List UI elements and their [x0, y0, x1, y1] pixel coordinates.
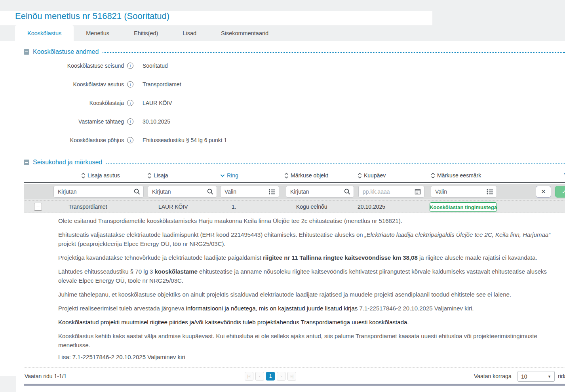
info-icon[interactable]: i — [127, 100, 133, 106]
field-label: Kooskõlastav asutus — [24, 81, 124, 88]
statement-paragraph: Projekti realiseerimisel tuleb arvestada… — [58, 304, 562, 313]
filter-input-ring[interactable] — [221, 188, 269, 195]
info-icon[interactable]: i — [127, 118, 133, 125]
per-page-value: 10 — [521, 373, 548, 380]
column-label: Lisaja asutus — [88, 172, 120, 179]
calendar-icon[interactable] — [415, 188, 421, 195]
sort-desc-icon — [220, 174, 225, 177]
collapse-icon[interactable] — [24, 160, 29, 165]
statement-paragraph: Juhime tähelepanu, et kooskõlastuse obje… — [58, 290, 562, 299]
column-label: Märkuse eesmärk — [437, 172, 481, 179]
tab-sisekommentaarid[interactable]: Sisekommentaarid — [209, 25, 281, 41]
header-right-background — [432, 0, 565, 25]
filter-input-lisaja[interactable] — [148, 188, 207, 195]
cell-lisaja: LAUR KÕIV — [158, 204, 188, 210]
footer-divider — [24, 367, 565, 368]
column-label: Kuupäev — [364, 172, 386, 179]
status-badge: Kooskõlastan tingimustega — [430, 202, 497, 212]
info-icon[interactable]: i — [127, 63, 133, 69]
filter-input-markuse-eesmark[interactable] — [431, 188, 487, 195]
tab-ehitised[interactable]: Ehitis(ed) — [122, 25, 170, 41]
info-icon[interactable]: i — [127, 81, 133, 88]
eelnou-menetlus-page: Eelnõu menetlus nr 516821 (Sooritatud) K… — [0, 0, 565, 392]
field-label: Kooskõlastuse seisund — [24, 63, 124, 69]
list-icon[interactable] — [487, 189, 493, 195]
search-icon[interactable] — [207, 188, 213, 195]
cell-lisaja-asutus: Transpordiamet — [68, 204, 107, 210]
column-header-lisaja-asutus[interactable]: Lisaja asutus — [81, 172, 120, 179]
sort-both-icon — [358, 173, 362, 179]
statement-paragraph: Lähtudes ehitusseadustiku § 70 lg 3 koos… — [58, 267, 562, 285]
list-icon[interactable] — [269, 189, 276, 195]
pagination: |« ‹ 1 › »| — [245, 372, 296, 381]
current-page-button[interactable]: 1 — [266, 372, 275, 381]
clear-filters-button[interactable]: ✕ — [536, 186, 551, 198]
tab-lisad[interactable]: Lisad — [170, 25, 209, 41]
statement-paragraph: Projektiga kavandatakse tehnovõrkude ja … — [58, 253, 562, 262]
filter-lisaja — [148, 186, 217, 198]
field-label: Kooskõlastuse põhjus — [24, 137, 124, 143]
per-page-label: Vaatan korraga — [474, 373, 512, 379]
filter-kuupaev — [358, 186, 424, 198]
table-filter-row: ✕ ✓ — [24, 184, 565, 200]
filter-input-lisaja-asutus[interactable] — [54, 188, 134, 195]
last-page-button[interactable]: »| — [287, 372, 296, 381]
field-value: LAUR KÕIV — [143, 100, 172, 106]
column-header-lisaja[interactable]: Lisaja — [147, 172, 168, 179]
page-title: Eelnõu menetlus nr 516821 (Sooritatud) — [15, 11, 169, 21]
filter-input-kuupaev[interactable] — [359, 188, 415, 195]
statement-paragraph: Olete esitanud Transpordiametile kooskõl… — [58, 216, 562, 225]
apply-filters-button[interactable]: ✓ — [555, 186, 565, 198]
section-kooskolastuse-andmed: Kooskõlastuse andmed — [24, 48, 565, 56]
table-row[interactable]: – Transpordiamet LAUR KÕIV 1. Kogu eelnõ… — [24, 200, 565, 213]
filter-input-markuse-objekt[interactable] — [286, 188, 344, 195]
filter-markuse-objekt — [286, 186, 354, 198]
chevron-down-icon: ▼ — [548, 375, 551, 379]
approval-fields: Kooskõlastuse seisund i Sooritatud Koosk… — [0, 60, 227, 153]
field-value: 30.10.2025 — [143, 118, 170, 125]
per-page-suffix: rida — [558, 373, 565, 379]
sort-both-icon — [147, 173, 152, 179]
section-seisukohad: Seisukohad ja märkused — [24, 158, 565, 166]
field-label: Vastamise tähtaeg — [24, 118, 124, 125]
section-title: Seisukohad ja märkused — [33, 159, 102, 166]
column-label: Märkuse objekt — [291, 172, 328, 179]
field-label: Kooskõlastaja — [24, 100, 124, 106]
search-icon[interactable] — [344, 188, 350, 195]
field-kooskolastaja: Kooskõlastaja i LAUR KÕIV — [0, 97, 227, 108]
table-header-row: Lisaja asutus Lisaja Ring Märkuse objekt… — [24, 170, 565, 183]
field-seisund: Kooskõlastuse seisund i Sooritatud — [0, 60, 227, 71]
rows-info: Vaatan ridu 1-1/1 — [25, 373, 67, 379]
tab-menetlus[interactable]: Menetlus — [74, 25, 122, 41]
per-page-select[interactable]: 10 ▼ — [517, 371, 555, 382]
collapse-icon[interactable] — [24, 49, 29, 55]
prev-page-button[interactable]: ‹ — [255, 372, 264, 381]
section-title: Kooskõlastuse andmed — [33, 48, 99, 55]
column-label: Ring — [227, 172, 238, 179]
horizontal-scrollbar[interactable] — [24, 384, 565, 386]
field-value: Sooritatud — [143, 63, 168, 69]
column-header-markuse-objekt[interactable]: Märkuse objekt — [284, 172, 328, 179]
filter-lisaja-asutus — [53, 186, 144, 198]
field-asutus: Kooskõlastav asutus i Transpordiamet — [0, 79, 227, 89]
tab-kooskolastus[interactable]: Kooskõlastus — [15, 25, 74, 41]
scrollbar-corner — [0, 376, 16, 392]
filter-markuse-eesmark — [431, 186, 497, 198]
sort-both-icon — [81, 173, 86, 179]
field-value: Ehitusseadustiku § 54 lg 6 punkt 1 — [143, 137, 227, 143]
info-icon[interactable]: i — [127, 137, 133, 143]
row-collapse-button[interactable]: – — [34, 203, 42, 211]
search-icon[interactable] — [134, 188, 140, 195]
statement-paragraph: Kooskõlastatud projekti muutmisel riigit… — [58, 318, 562, 327]
field-value: Transpordiamet — [143, 81, 181, 88]
sort-both-icon — [431, 173, 435, 179]
column-header-kuupaev[interactable]: Kuupäev — [358, 172, 386, 179]
statement-paragraph: Kooskõlastus kehtib kaks aastat välja an… — [58, 331, 562, 350]
statement-text: Olete esitanud Transpordiametile kooskõl… — [58, 216, 562, 354]
column-header-ring[interactable]: Ring — [220, 172, 238, 179]
column-header-markuse-eesmark[interactable]: Märkuse eesmärk — [431, 172, 481, 179]
next-page-button[interactable]: › — [277, 372, 285, 381]
attachment-reference: Lisa: 7.1-22517846-2 20.10.2025 Valjamin… — [58, 352, 562, 362]
statement-paragraph: Ehitusteatis väljastatakse elektriautode… — [58, 230, 562, 248]
first-page-button[interactable]: |« — [245, 372, 253, 381]
